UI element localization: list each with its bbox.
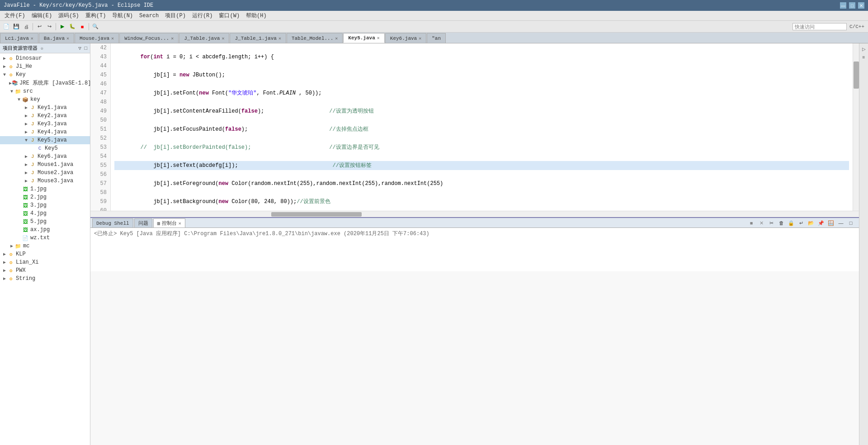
tab-key6-close[interactable]: ✕ <box>419 36 421 41</box>
tree-item-key5[interactable]: ▼ J Key5.java <box>0 136 90 144</box>
code-container: 4243444546 4748495051 5253545556 5758596… <box>90 43 859 211</box>
tree-item-2jpg[interactable]: 🖼 2.jpg <box>0 193 90 201</box>
tree-item-jre[interactable]: ▶ 📚 JRE 系统库 [JavaSE-1.8] <box>0 79 90 87</box>
console-pin-btn[interactable]: 📌 <box>816 218 826 227</box>
console-disconnect-btn[interactable]: ✕ <box>757 218 766 227</box>
menu-window[interactable]: 窗口(W) <box>216 11 242 20</box>
console-maximize-btn[interactable]: □ <box>846 218 855 227</box>
tree-item-mc[interactable]: ▶ 📁 mc <box>0 242 90 250</box>
tab-mouse-close[interactable]: ✕ <box>111 36 114 41</box>
console-tab-close[interactable]: ✕ <box>179 221 181 226</box>
tree-item-5jpg[interactable]: 🖼 5.jpg <box>0 218 90 226</box>
tab-jtable[interactable]: J_Table.java ✕ <box>179 33 229 43</box>
editor-horizontal-scrollbar[interactable] <box>90 211 859 217</box>
menu-search[interactable]: Search <box>137 12 161 20</box>
tree-item-mouse1[interactable]: ▶ J Mouse1.java <box>0 161 90 169</box>
tab-tablemodel-close[interactable]: ✕ <box>335 36 338 41</box>
undo-button[interactable]: ↩ <box>35 22 44 31</box>
stop-button[interactable]: ■ <box>78 22 87 31</box>
menu-navigate[interactable]: 导航(N) <box>109 11 136 20</box>
tree-item-key2[interactable]: ▶ J Key2.java <box>0 112 90 120</box>
expand-arrow-string: ▶ <box>2 276 7 281</box>
tab-window-focus[interactable]: Window_Focus... ✕ <box>119 33 179 43</box>
save-button[interactable]: 💾 <box>12 22 21 31</box>
tab-mouse[interactable]: Mouse.java ✕ <box>75 33 119 43</box>
expand-arrow-key2: ▶ <box>24 113 29 118</box>
tree-item-4jpg[interactable]: 🖼 4.jpg <box>0 209 90 218</box>
tree-item-3jpg[interactable]: 🖼 3.jpg <box>0 201 90 209</box>
quick-access-input[interactable] <box>793 23 847 30</box>
empty-workspace-area <box>90 271 859 445</box>
console-word-wrap-btn[interactable]: ↵ <box>797 218 806 227</box>
tree-item-key4[interactable]: ▶ J Key4.java <box>0 128 90 136</box>
editor-vertical-scrollbar[interactable] <box>853 43 859 211</box>
tab-jtable1[interactable]: J_Table_1.java ✕ <box>230 33 286 43</box>
tree-item-key[interactable]: ▼ ⚙ Key <box>0 71 90 79</box>
tab-key5-close[interactable]: ✕ <box>377 35 380 41</box>
tree-item-src[interactable]: ▼ 📁 src <box>0 87 90 95</box>
toolbar-sep1 <box>33 23 33 30</box>
menu-edit[interactable]: 编辑(E) <box>29 11 55 20</box>
tree-item-lianxi[interactable]: ▶ ⚙ Lian_Xi <box>0 258 90 266</box>
tab-jtable1-close[interactable]: ✕ <box>278 36 281 41</box>
scrollbar-thumb[interactable] <box>854 62 859 89</box>
menu-refactor[interactable]: 重构(T) <box>83 11 109 20</box>
maximize-button[interactable]: □ <box>849 2 855 9</box>
sidebar-header: 项目资源管理器 ☆ ▽ □ <box>0 43 90 53</box>
tree-item-1jpg[interactable]: 🖼 1.jpg <box>0 185 90 193</box>
tree-item-mouse2[interactable]: ▶ J Mouse2.java <box>0 169 90 177</box>
right-sidebar-btn1[interactable]: ▷ <box>860 45 868 52</box>
debug-button[interactable]: 🐛 <box>68 22 77 31</box>
tab-key5[interactable]: Key5.java ✕ <box>343 33 384 43</box>
tab-tablemodel[interactable]: Table_Model... ✕ <box>287 33 343 43</box>
tab-an[interactable]: "an <box>427 33 446 43</box>
tab-lc1-close[interactable]: ✕ <box>31 36 33 41</box>
console-minimize-btn[interactable]: — <box>836 218 845 227</box>
tree-item-key1[interactable]: ▶ J Key1.java <box>0 104 90 112</box>
tab-ba-close[interactable]: ✕ <box>66 36 69 41</box>
tree-item-string[interactable]: ▶ ⚙ String <box>0 275 90 283</box>
console-new-window-btn[interactable]: 🪟 <box>826 218 835 227</box>
tab-key6[interactable]: Key6.java ✕ <box>385 33 426 43</box>
tab-jtable-close[interactable]: ✕ <box>222 36 224 41</box>
console-stop-btn[interactable]: ■ <box>747 218 756 227</box>
menu-run[interactable]: 运行(R) <box>189 11 216 20</box>
tab-lc1[interactable]: Lc1.java ✕ <box>0 33 38 43</box>
redo-button[interactable]: ↪ <box>45 22 54 31</box>
tab-ba[interactable]: Ba.java ✕ <box>39 33 74 43</box>
tree-item-key5-class[interactable]: C Key5 <box>0 144 90 152</box>
h-scrollbar-thumb[interactable] <box>271 212 362 217</box>
tree-item-dinosaur[interactable]: ▶ ⚙ Dinosaur <box>0 54 90 62</box>
console-scissors-btn[interactable]: ✂ <box>767 218 776 227</box>
tree-item-key6[interactable]: ▶ J Key6.java <box>0 152 90 161</box>
tree-item-key-pkg[interactable]: ▼ 📦 key <box>0 95 90 104</box>
close-button[interactable]: ✕ <box>858 2 864 9</box>
menu-help[interactable]: 帮助(H) <box>243 11 269 20</box>
print-button[interactable]: 🖨 <box>22 22 31 31</box>
menu-source[interactable]: 源码(S) <box>56 11 82 20</box>
tree-item-key3[interactable]: ▶ J Key3.java <box>0 120 90 128</box>
menu-file[interactable]: 文件(F) <box>2 11 28 20</box>
search-button[interactable]: 🔍 <box>91 22 100 31</box>
console-open-file-btn[interactable]: 📂 <box>807 218 816 227</box>
console-clear-btn[interactable]: 🗑 <box>777 218 786 227</box>
tree-item-wztxt[interactable]: 📄 wz.txt <box>0 234 90 242</box>
tab-window-focus-close[interactable]: ✕ <box>171 36 174 41</box>
tree-item-jihe[interactable]: ▶ ⚙ Ji_He <box>0 62 90 71</box>
minimize-button[interactable]: — <box>840 2 846 9</box>
right-sidebar-btn2[interactable]: ≡ <box>860 53 868 61</box>
tree-item-klp[interactable]: ▶ ⚙ KLP <box>0 250 90 258</box>
code-text[interactable]: for(int i = 0; i < abcdefg.length; i++) … <box>111 43 853 211</box>
console-tab-console[interactable]: ▥ 控制台 ✕ <box>153 218 185 227</box>
code-line-42: for(int i = 0; i < abcdefg.length; i++) … <box>114 52 849 62</box>
tree-item-mouse3[interactable]: ▶ J Mouse3.java <box>0 177 90 185</box>
menu-project[interactable]: 项目(P) <box>162 11 189 20</box>
console-scroll-lock-btn[interactable]: 🔒 <box>787 218 796 227</box>
tree-item-pwx[interactable]: ▶ ⚙ PWX <box>0 266 90 275</box>
tree-item-axjpg[interactable]: 🖼 ax.jpg <box>0 226 90 234</box>
console-tab-problems[interactable]: 问题 <box>134 218 152 227</box>
new-button[interactable]: 📄 <box>2 22 11 31</box>
expand-arrow-key-pkg: ▼ <box>16 97 22 102</box>
console-tab-debug[interactable]: Debug Shell <box>92 218 133 227</box>
run-button[interactable]: ▶ <box>58 22 67 31</box>
